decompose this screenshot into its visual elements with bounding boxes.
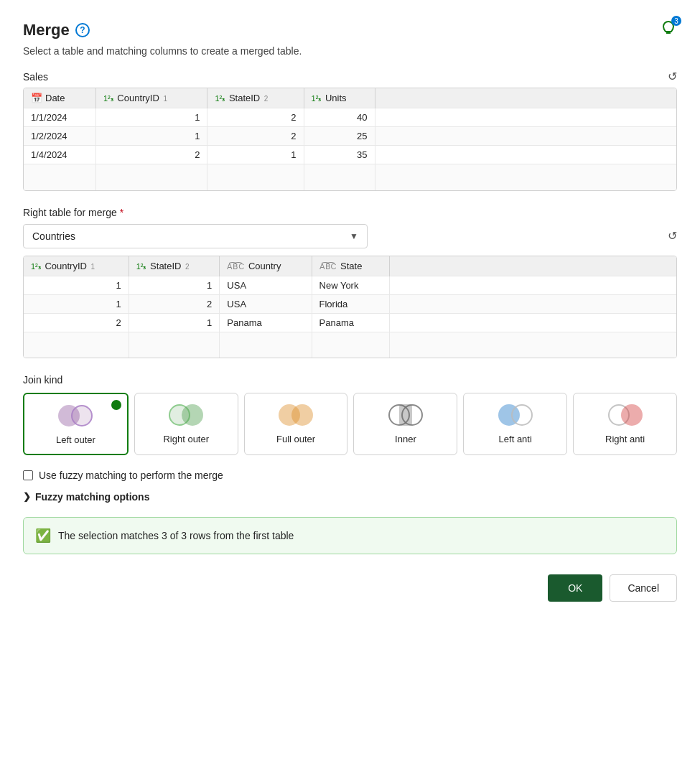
join-card-left-outer[interactable]: Left outer bbox=[23, 393, 129, 455]
success-message-box: ✅ The selection matches 3 of 3 rows from… bbox=[23, 517, 677, 554]
fuzzy-matching-label: Use fuzzy matching to perform the merge bbox=[39, 470, 223, 481]
countries-col-country[interactable]: A͡B͡C Country bbox=[220, 256, 312, 276]
venn-right-anti bbox=[605, 402, 645, 428]
subtitle: Select a table and matching columns to c… bbox=[23, 45, 677, 57]
fuzzy-matching-checkbox[interactable] bbox=[23, 470, 33, 480]
right-table-dropdown[interactable]: Countries ▼ bbox=[23, 224, 368, 248]
fuzzy-options-label: Fuzzy matching options bbox=[35, 491, 149, 503]
join-label-left-outer: Left outer bbox=[56, 434, 95, 447]
join-label-full-outer: Full outer bbox=[276, 434, 315, 446]
chevron-down-icon: ▼ bbox=[350, 231, 358, 241]
abc-icon: A͡B͡C bbox=[227, 262, 244, 271]
success-message-text: The selection matches 3 of 3 rows from t… bbox=[58, 530, 294, 541]
notification-icon[interactable]: 3 bbox=[660, 20, 677, 39]
countries-table: 1²₃ CountryID 1 1²₃ StateID 2 A͡B͡C Coun… bbox=[24, 256, 676, 358]
123-icon-2: 1²₃ bbox=[215, 94, 225, 103]
join-label-right-outer: Right outer bbox=[163, 434, 209, 446]
countries-col-countryid[interactable]: 1²₃ CountryID 1 bbox=[24, 256, 129, 276]
table-row: 1 2 USA Florida bbox=[24, 294, 676, 313]
sales-col-countryid[interactable]: 1²₃ CountryID 1 bbox=[95, 88, 207, 108]
page-title: Merge bbox=[23, 21, 70, 39]
join-card-right-anti[interactable]: Right anti bbox=[573, 393, 677, 455]
chevron-right-icon: ❯ bbox=[23, 491, 31, 502]
countries-col-state[interactable]: A͡B͡C State bbox=[312, 256, 389, 276]
dialog-header: Merge ? 3 bbox=[23, 20, 677, 39]
sales-table: 📅Date 1²₃ CountryID 1 1²₃ StateID 2 1²₃ … bbox=[24, 88, 676, 190]
cancel-button[interactable]: Cancel bbox=[610, 574, 677, 602]
123-icon-5: 1²₃ bbox=[136, 262, 146, 271]
venn-left-anti bbox=[495, 402, 536, 428]
sales-col-units[interactable]: 1²₃ Units bbox=[304, 88, 375, 108]
help-icon[interactable]: ? bbox=[75, 23, 90, 37]
calendar-icon: 📅 bbox=[31, 93, 42, 103]
sales-col-empty bbox=[375, 88, 676, 108]
countries-col-empty bbox=[389, 256, 676, 276]
sales-col-stateid[interactable]: 1²₃ StateID 2 bbox=[207, 88, 304, 108]
venn-full-outer bbox=[276, 402, 316, 428]
123-icon: 1²₃ bbox=[103, 94, 113, 103]
required-star: * bbox=[120, 207, 123, 218]
table-row-empty bbox=[24, 164, 676, 190]
table-row: 1/1/2024 1 2 40 bbox=[24, 108, 676, 127]
table-row: 1 1 USA New York bbox=[24, 276, 676, 294]
venn-right-outer bbox=[166, 402, 206, 428]
join-label-left-anti: Left anti bbox=[499, 434, 532, 446]
countries-col-stateid[interactable]: 1²₃ StateID 2 bbox=[129, 256, 220, 276]
join-card-full-outer[interactable]: Full outer bbox=[244, 393, 348, 455]
table-row: 1/2/2024 1 2 25 bbox=[24, 127, 676, 146]
badge-count: 3 bbox=[671, 16, 681, 26]
sales-col-date[interactable]: 📅Date bbox=[24, 88, 95, 108]
sales-refresh-icon[interactable]: ↺ bbox=[668, 70, 677, 83]
radio-selected-dot bbox=[111, 400, 121, 410]
countries-table-wrapper: 1²₃ CountryID 1 1²₃ StateID 2 A͡B͡C Coun… bbox=[23, 256, 677, 359]
venn-inner bbox=[386, 402, 426, 428]
join-kind-label: Join kind bbox=[23, 374, 677, 386]
success-check-icon: ✅ bbox=[35, 528, 51, 544]
123-icon-3: 1²₃ bbox=[312, 94, 322, 103]
title-group: Merge ? bbox=[23, 21, 90, 39]
right-table-refresh-icon[interactable]: ↺ bbox=[668, 229, 677, 243]
ok-button[interactable]: OK bbox=[548, 574, 602, 602]
table-row: 1/4/2024 2 1 35 bbox=[24, 146, 676, 164]
right-table-label: Right table for merge * bbox=[23, 207, 677, 218]
sales-table-wrapper: 📅Date 1²₃ CountryID 1 1²₃ StateID 2 1²₃ … bbox=[23, 88, 677, 191]
dropdown-wrapper: Countries ▼ ↺ bbox=[23, 224, 677, 248]
join-card-inner[interactable]: Inner bbox=[353, 393, 457, 455]
join-card-left-anti[interactable]: Left anti bbox=[463, 393, 567, 455]
venn-left-outer bbox=[55, 403, 95, 429]
join-card-right-outer[interactable]: Right outer bbox=[134, 393, 238, 455]
fuzzy-options-toggle[interactable]: ❯ Fuzzy matching options bbox=[23, 491, 677, 503]
join-label-inner: Inner bbox=[395, 434, 416, 446]
table-row: 2 1 Panama Panama bbox=[24, 313, 676, 332]
abc-icon-2: A͡B͡C bbox=[319, 262, 337, 271]
dropdown-value: Countries bbox=[32, 230, 75, 242]
join-label-right-anti: Right anti bbox=[605, 434, 645, 446]
join-kind-cards: Left outer Right outer Full outer Inner … bbox=[23, 393, 677, 455]
sales-section-label: Sales ↺ bbox=[23, 70, 677, 83]
fuzzy-matching-row: Use fuzzy matching to perform the merge bbox=[23, 470, 677, 481]
123-icon-4: 1²₃ bbox=[31, 262, 41, 271]
footer-buttons: OK Cancel bbox=[23, 574, 677, 602]
table-row-empty bbox=[24, 332, 676, 358]
